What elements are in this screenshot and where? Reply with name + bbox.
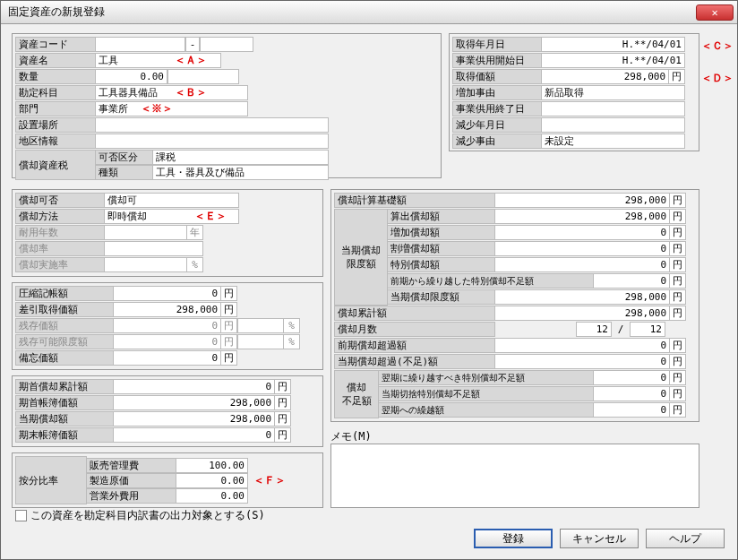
nxt-carry-value: 0 <box>594 402 670 418</box>
months-a[interactable]: 12 <box>576 322 612 337</box>
use-end-input[interactable] <box>542 101 685 116</box>
curr-over-label: 当期償却超過(不足)額 <box>334 354 495 369</box>
curr-depr-value: 298,000 <box>114 411 275 426</box>
months-b[interactable]: 12 <box>630 322 665 337</box>
area-input[interactable] <box>96 134 329 149</box>
memo-label: メモ(M) <box>330 430 372 443</box>
dec-date-input[interactable] <box>542 117 685 133</box>
prev-over-label: 前期償却超過額 <box>334 338 495 353</box>
group1-label: 当期償却 限度額 <box>334 209 388 306</box>
inc-reason-input[interactable]: 新品取得 <box>542 85 685 100</box>
area-label: 地区情報 <box>15 134 96 149</box>
alloc-r1-input[interactable]: 100.00 <box>176 458 248 473</box>
end-book-value: 0 <box>114 427 275 443</box>
dec-date-label: 減少年月日 <box>452 117 542 133</box>
prev-over-value: 0 <box>495 338 670 353</box>
base-label: 償却計算基礎額 <box>334 193 495 208</box>
carry-label: 前期から繰り越した特別償却不足額 <box>388 273 594 289</box>
alloc-r3-label: 営業外費用 <box>87 488 176 504</box>
tag-a: ＜Ａ＞ <box>175 53 207 68</box>
pct-unit: % <box>284 334 300 349</box>
dec-reason-label: 減少事由 <box>452 134 542 149</box>
qty-label: 数量 <box>15 69 96 84</box>
allow-input[interactable]: 償却可 <box>105 193 239 208</box>
location-input[interactable] <box>96 117 329 133</box>
yen-unit: 円 <box>275 395 291 410</box>
tax-type-label: 種類 <box>96 165 153 180</box>
calc-value: 298,000 <box>495 209 670 224</box>
method-label: 償却方法 <box>15 209 105 224</box>
dept-label: 部門 <box>15 101 96 116</box>
group2-label: 償却 不足額 <box>334 370 379 418</box>
life-input <box>105 225 187 240</box>
inc-reason-label: 増加事由 <box>452 85 542 100</box>
qty-unit-input[interactable] <box>167 69 239 84</box>
dec-reason-input[interactable]: 未設定 <box>542 134 685 149</box>
yen-unit: 円 <box>221 350 237 366</box>
addl-value: 0 <box>495 225 670 240</box>
account-label: 勘定科目 <box>15 85 96 100</box>
tag-x: ＜※＞ <box>141 101 173 116</box>
deprtax-label: 償却資産税 <box>15 150 96 180</box>
carry-value: 0 <box>594 273 670 289</box>
begin-book-value: 298,000 <box>114 395 275 410</box>
yen-unit: 円 <box>275 427 291 443</box>
scrap-label: 備忘価額 <box>15 350 114 366</box>
use-end-label: 事業供用終了日 <box>452 101 542 116</box>
register-button[interactable]: 登録 <box>474 529 553 548</box>
nxt-sp-value: 0 <box>594 370 670 385</box>
alloc-r1-label: 販売管理費 <box>87 458 176 473</box>
end-book-label: 期末帳簿価額 <box>15 427 114 443</box>
use-start-input[interactable]: H.**/04/01 <box>542 53 685 68</box>
tax-kubun-input[interactable]: 課税 <box>153 150 329 165</box>
life-unit: 年 <box>187 225 203 240</box>
asset-code-label: 資産コード <box>15 37 96 52</box>
yen-unit: 円 <box>275 379 291 394</box>
acq-price-input[interactable]: 298,000 <box>542 69 669 84</box>
help-button[interactable]: ヘルプ <box>646 529 725 548</box>
comp-input[interactable]: 0 <box>114 286 221 301</box>
limit-value: 0 <box>114 334 221 349</box>
window-title: 固定資産の新規登録 <box>8 4 696 20</box>
calc-label: 算出償却額 <box>388 209 495 224</box>
alloc-r2-input[interactable]: 0.00 <box>176 473 248 488</box>
rate-label: 償却率 <box>15 241 105 256</box>
code-sep: - <box>185 37 200 52</box>
cancel-button[interactable]: キャンセル <box>560 529 639 548</box>
allow-label: 償却可否 <box>15 193 105 208</box>
curr-over-value: 0 <box>495 354 670 369</box>
yen-unit: 円 <box>275 411 291 426</box>
begin-acc-value: 0 <box>114 379 275 394</box>
acq-date-input[interactable]: H.**/04/01 <box>542 37 685 52</box>
extra-label: 割増償却額 <box>388 241 495 256</box>
accum-label: 償却累計額 <box>334 306 495 321</box>
special-label: 特別償却額 <box>388 257 495 272</box>
output-target-checkbox[interactable] <box>15 510 27 521</box>
qty-input[interactable]: 0.00 <box>96 69 167 84</box>
addl-label: 増加償却額 <box>388 225 495 240</box>
acq-date-label: 取得年月日 <box>452 37 542 52</box>
tax-type-input[interactable]: 工具・器具及び備品 <box>153 165 329 180</box>
location-label: 設置場所 <box>15 117 96 133</box>
extra-value: 0 <box>495 241 670 256</box>
base-value: 298,000 <box>495 193 670 208</box>
limit-label: 当期償却限度額 <box>388 289 495 305</box>
close-button[interactable]: ✕ <box>696 4 734 21</box>
scrap-input[interactable]: 0 <box>114 350 221 366</box>
asset-name-label: 資産名 <box>15 53 96 68</box>
memo-textarea[interactable] <box>330 444 699 508</box>
asset-code-2[interactable] <box>200 37 253 52</box>
special-value: 0 <box>495 257 670 272</box>
accum-value: 298,000 <box>495 306 670 321</box>
curr-depr-label: 当期償却額 <box>15 411 114 426</box>
asset-code-1[interactable] <box>96 37 185 52</box>
tag-f: ＜Ｆ＞ <box>253 473 286 488</box>
resid-input: 0 <box>114 318 221 333</box>
tag-c: ＜Ｃ＞ <box>701 39 734 54</box>
account-input[interactable]: 工具器具備品 <box>96 85 248 100</box>
yen: 円 <box>670 193 686 208</box>
yen-unit: 円 <box>221 302 237 317</box>
life-label: 耐用年数 <box>15 225 105 240</box>
yen-unit: 円 <box>221 286 237 301</box>
alloc-r3-input[interactable]: 0.00 <box>176 488 248 504</box>
